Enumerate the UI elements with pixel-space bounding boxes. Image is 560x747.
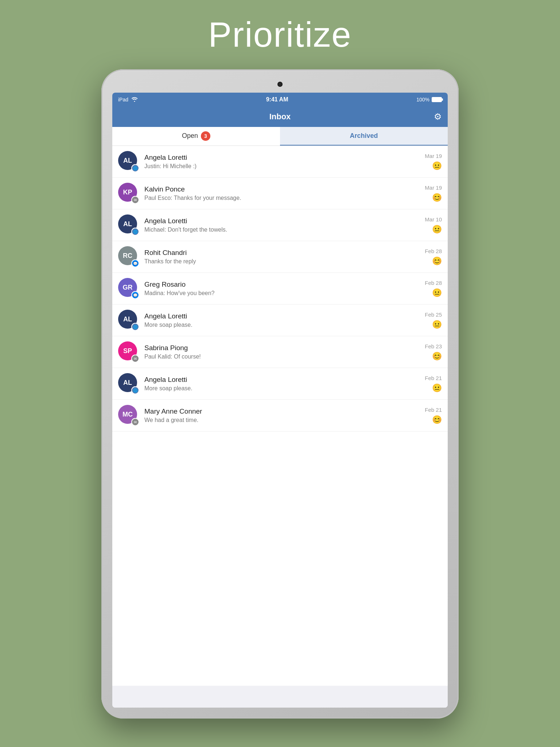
avatar-wrapper: MC ✉ bbox=[118, 405, 139, 426]
battery-percent: 100% bbox=[416, 97, 429, 102]
message-name: Angela Loretti bbox=[144, 376, 420, 384]
message-content: Kalvin Ponce Paul Esco: Thanks for your … bbox=[144, 185, 420, 201]
channel-badge: 💬 bbox=[131, 259, 139, 267]
avatar-wrapper: AL 🌐 bbox=[118, 373, 139, 394]
message-preview: Justin: Hi Michelle :) bbox=[144, 163, 420, 170]
sentiment-emoji: 😐 bbox=[432, 161, 442, 171]
message-list: AL 🌐 Angela Loretti Justin: Hi Michelle … bbox=[112, 146, 448, 686]
avatar-wrapper: GR 💬 bbox=[118, 278, 139, 299]
message-name: Angela Loretti bbox=[144, 217, 420, 225]
channel-badge: ✉ bbox=[131, 418, 139, 426]
message-content: Angela Loretti Michael: Don't forget the… bbox=[144, 217, 420, 233]
channel-badge: 🌐 bbox=[131, 228, 139, 236]
message-content: Angela Loretti More soap please. bbox=[144, 376, 420, 392]
avatar-wrapper: AL 🌐 bbox=[118, 151, 139, 172]
message-preview: More soap please. bbox=[144, 385, 420, 392]
list-item[interactable]: RC 💬 Rohit Chandri Thanks for the reply … bbox=[112, 241, 448, 273]
message-meta: Feb 23 😊 bbox=[425, 343, 442, 361]
message-name: Kalvin Ponce bbox=[144, 185, 420, 193]
list-item[interactable]: AL 🌐 Angela Loretti More soap please. Fe… bbox=[112, 368, 448, 400]
message-date: Feb 21 bbox=[425, 375, 442, 381]
channel-badge: ✉ bbox=[131, 196, 139, 204]
message-date: Feb 28 bbox=[425, 248, 442, 254]
ipad-frame: iPad 9:41 AM 100% Inbox ⚙ bbox=[101, 69, 459, 719]
sentiment-emoji: 😊 bbox=[432, 193, 442, 202]
wifi-icon bbox=[131, 97, 138, 103]
sentiment-emoji: 😐 bbox=[432, 288, 442, 298]
device-label: iPad bbox=[118, 97, 128, 102]
avatar-wrapper: KP ✉ bbox=[118, 183, 139, 204]
nav-title: Inbox bbox=[269, 112, 291, 121]
sentiment-emoji: 😊 bbox=[432, 352, 442, 361]
channel-badge: 💬 bbox=[131, 291, 139, 299]
channel-badge: 🌐 bbox=[131, 164, 139, 172]
message-content: Sabrina Piong Paul Kalid: Of course! bbox=[144, 344, 420, 360]
list-item[interactable]: SP ✉ Sabrina Piong Paul Kalid: Of course… bbox=[112, 336, 448, 368]
message-date: Feb 25 bbox=[425, 311, 442, 318]
tab-bar: Open 3 Archived bbox=[112, 127, 448, 146]
sentiment-emoji: 😐 bbox=[432, 320, 442, 329]
list-item[interactable]: AL 🌐 Angela Loretti Justin: Hi Michelle … bbox=[112, 146, 448, 178]
message-date: Mar 10 bbox=[425, 216, 442, 222]
nav-bar: Inbox ⚙ bbox=[112, 107, 448, 127]
message-content: Angela Loretti Justin: Hi Michelle :) bbox=[144, 154, 420, 170]
message-preview: Thanks for the reply bbox=[144, 258, 420, 265]
tab-archived[interactable]: Archived bbox=[280, 127, 448, 146]
page-title: Prioritize bbox=[208, 15, 351, 55]
message-name: Rohit Chandri bbox=[144, 249, 420, 257]
message-meta: Feb 28 😊 bbox=[425, 248, 442, 266]
message-preview: Paul Kalid: Of course! bbox=[144, 353, 420, 360]
message-date: Feb 21 bbox=[425, 407, 442, 413]
message-meta: Mar 19 😊 bbox=[425, 185, 442, 202]
status-right: 100% bbox=[416, 97, 442, 102]
message-preview: Madina: How've you been? bbox=[144, 290, 420, 297]
message-date: Mar 19 bbox=[425, 153, 442, 159]
message-meta: Mar 19 😐 bbox=[425, 153, 442, 171]
message-meta: Feb 25 😐 bbox=[425, 311, 442, 329]
message-preview: Michael: Don't forget the towels. bbox=[144, 227, 420, 233]
camera bbox=[277, 82, 283, 87]
message-meta: Feb 28 😐 bbox=[425, 280, 442, 298]
avatar-wrapper: RC 💬 bbox=[118, 246, 139, 267]
avatar-wrapper: SP ✉ bbox=[118, 341, 139, 363]
message-name: Angela Loretti bbox=[144, 154, 420, 162]
message-preview: Paul Esco: Thanks for your message. bbox=[144, 195, 420, 201]
message-content: Greg Rosario Madina: How've you been? bbox=[144, 280, 420, 297]
channel-badge: ✉ bbox=[131, 355, 139, 363]
message-meta: Feb 21 😐 bbox=[425, 375, 442, 393]
tab-open-label: Open bbox=[182, 132, 198, 140]
message-name: Sabrina Piong bbox=[144, 344, 420, 352]
list-item[interactable]: GR 💬 Greg Rosario Madina: How've you bee… bbox=[112, 273, 448, 305]
channel-badge: 🌐 bbox=[131, 323, 139, 331]
message-name: Mary Anne Conner bbox=[144, 407, 420, 415]
message-content: Mary Anne Conner We had a great time. bbox=[144, 407, 420, 423]
status-bar: iPad 9:41 AM 100% bbox=[112, 93, 448, 107]
ipad-screen: iPad 9:41 AM 100% Inbox ⚙ bbox=[112, 93, 448, 708]
list-item[interactable]: KP ✉ Kalvin Ponce Paul Esco: Thanks for … bbox=[112, 178, 448, 209]
message-date: Feb 28 bbox=[425, 280, 442, 286]
sentiment-emoji: 😐 bbox=[432, 383, 442, 393]
list-item[interactable]: AL 🌐 Angela Loretti Michael: Don't forge… bbox=[112, 209, 448, 241]
channel-badge: 🌐 bbox=[131, 386, 139, 394]
message-preview: More soap please. bbox=[144, 322, 420, 328]
sentiment-emoji: 😊 bbox=[432, 415, 442, 425]
message-preview: We had a great time. bbox=[144, 417, 420, 423]
tab-archived-label: Archived bbox=[350, 132, 378, 140]
tab-open[interactable]: Open 3 bbox=[112, 127, 280, 146]
message-meta: Feb 21 😊 bbox=[425, 407, 442, 425]
sentiment-emoji: 😐 bbox=[432, 225, 442, 234]
message-date: Mar 19 bbox=[425, 185, 442, 191]
status-time: 9:41 AM bbox=[266, 96, 288, 103]
message-content: Rohit Chandri Thanks for the reply bbox=[144, 249, 420, 265]
battery-icon bbox=[432, 97, 442, 102]
message-date: Feb 23 bbox=[425, 343, 442, 349]
sentiment-emoji: 😊 bbox=[432, 256, 442, 266]
list-item[interactable]: MC ✉ Mary Anne Conner We had a great tim… bbox=[112, 400, 448, 431]
bottom-area bbox=[112, 686, 448, 708]
avatar-wrapper: AL 🌐 bbox=[118, 214, 139, 236]
tab-open-badge: 3 bbox=[201, 131, 210, 141]
message-meta: Mar 10 😐 bbox=[425, 216, 442, 234]
status-left: iPad bbox=[118, 97, 138, 103]
settings-icon[interactable]: ⚙ bbox=[434, 112, 442, 122]
list-item[interactable]: AL 🌐 Angela Loretti More soap please. Fe… bbox=[112, 305, 448, 336]
